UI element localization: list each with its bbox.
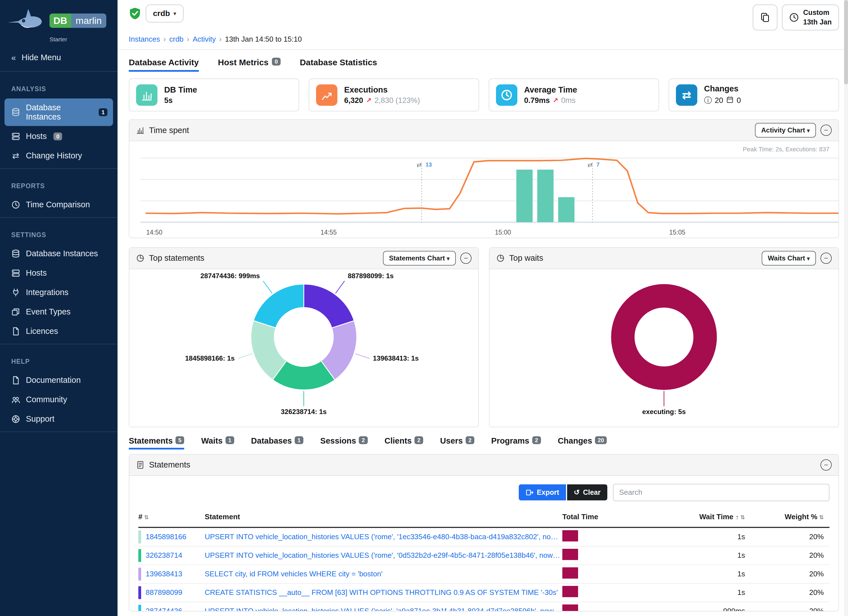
breadcrumb-crdb[interactable]: crdb <box>169 35 184 43</box>
tab-databases[interactable]: Databases1 <box>251 436 303 450</box>
tab-clients[interactable]: Clients2 <box>385 436 423 450</box>
time-spent-panel: Time spent Activity Chart ▾ − Peak Time:… <box>129 119 839 238</box>
collapse-icon[interactable]: − <box>460 252 471 264</box>
users-icon <box>11 395 20 404</box>
instance-selector[interactable]: crdb ▾ <box>146 4 184 22</box>
sidebar-item-database-instances[interactable]: Database Instances <box>4 245 113 263</box>
main-content: crdb ▾ Custom 13th Jan <box>117 0 848 616</box>
statement-link[interactable]: UPSERT INTO vehicle_location_histories V… <box>205 551 562 560</box>
activity-chart-select[interactable]: Activity Chart ▾ <box>755 123 816 138</box>
breadcrumb-instances[interactable]: Instances <box>129 35 160 43</box>
main-tabs: Database ActivityHost Metrics0Database S… <box>117 50 848 72</box>
search-input[interactable] <box>613 484 829 501</box>
executions-bar[interactable] <box>516 169 532 222</box>
scrollbar-thumb[interactable] <box>844 0 848 85</box>
statement-id-link[interactable]: 287474436 <box>146 607 182 612</box>
sidebar-nav: ANALYSISDatabase Instances1Hosts0⇄Change… <box>0 75 117 432</box>
sidebar-section-reports: REPORTS <box>0 172 117 194</box>
breadcrumb-activity[interactable]: Activity <box>193 35 216 43</box>
col-wait-time[interactable]: Wait Time↑⇅ <box>652 512 751 521</box>
statement-link[interactable]: SELECT city, id FROM vehicles WHERE city… <box>205 570 562 578</box>
wait-time-value: 1s <box>652 533 751 541</box>
statement-link[interactable]: UPSERT INTO vehicle_location_histories V… <box>205 533 562 541</box>
sidebar-item-change-history[interactable]: ⇄Change History <box>4 147 113 165</box>
metric-card-executions: Executions6,320↗2,830 (123%) <box>309 79 479 111</box>
copy-link-button[interactable] <box>753 4 777 30</box>
collapse-icon[interactable]: − <box>820 252 832 264</box>
tab-sessions[interactable]: Sessions2 <box>320 436 368 450</box>
sidebar-item-licences[interactable]: Licences <box>4 322 113 340</box>
sidebar-item-hosts[interactable]: Hosts <box>4 264 113 282</box>
sidebar-item-support[interactable]: Support <box>4 410 113 428</box>
tab-programs[interactable]: Programs2 <box>491 436 541 450</box>
statement-id-link[interactable]: 326238714 <box>146 551 182 560</box>
change-marker-icon[interactable]: ⇄ <box>587 162 592 168</box>
export-icon <box>525 488 534 496</box>
statement-id-link[interactable]: 887898099 <box>146 588 182 597</box>
clear-button[interactable]: ↺ Clear <box>567 484 608 500</box>
hide-menu-button[interactable]: « Hide Menu <box>0 47 117 68</box>
sidebar-item-documentation[interactable]: Documentation <box>4 371 113 389</box>
wait-time-value: 1s <box>652 588 751 597</box>
col-statement[interactable]: Statement <box>205 512 562 521</box>
executions-bar[interactable] <box>537 169 554 222</box>
svg-text:7: 7 <box>596 162 599 168</box>
count-badge: 20 <box>595 436 607 444</box>
executions-bar[interactable] <box>558 197 574 222</box>
col-weight[interactable]: Weight %⇅ <box>751 512 829 521</box>
tab-label: Sessions <box>320 436 356 445</box>
sidebar-item-database-instances[interactable]: Database Instances1 <box>4 98 113 126</box>
metric-value: 5s <box>164 96 173 105</box>
bar-chart-icon <box>136 126 145 134</box>
sidebar-item-label: Event Types <box>26 307 71 316</box>
tab-database-statistics[interactable]: Database Statistics <box>300 58 377 72</box>
sidebar-section-settings: SETTINGS <box>0 221 117 243</box>
metric-title: Executions <box>344 85 420 95</box>
sidebar-item-label: Documentation <box>26 376 81 385</box>
statement-link[interactable]: UPSERT INTO vehicle_location_histories V… <box>205 607 562 612</box>
panel-title: Time spent <box>149 126 189 135</box>
col-id[interactable]: #⇅ <box>138 512 205 521</box>
scrollbar[interactable] <box>844 0 848 616</box>
collapse-icon[interactable]: − <box>820 459 832 471</box>
tab-users[interactable]: Users2 <box>440 436 474 450</box>
sidebar-item-time-comparison[interactable]: Time Comparison <box>4 196 113 214</box>
weight-value: 20% <box>751 551 829 560</box>
metric-cards: DB Time5sExecutions6,320↗2,830 (123%)Ave… <box>117 72 848 115</box>
db-time-line[interactable] <box>146 158 839 214</box>
tab-changes[interactable]: Changes20 <box>558 436 607 450</box>
statement-id-link[interactable]: 139638413 <box>146 570 182 578</box>
sidebar-item-integrations[interactable]: Integrations <box>4 283 113 301</box>
sidebar-item-event-types[interactable]: Event Types <box>4 303 113 321</box>
waits-chart-select[interactable]: Waits Chart ▾ <box>762 251 816 266</box>
tab-database-activity[interactable]: Database Activity <box>129 58 199 72</box>
sidebar-item-community[interactable]: Community <box>4 390 113 409</box>
statements-chart-select[interactable]: Statements Chart ▾ <box>383 251 456 266</box>
sidebar-item-label: Community <box>26 395 67 404</box>
statement-color-chip <box>138 549 141 562</box>
time-range-button[interactable]: Custom 13th Jan <box>782 4 839 30</box>
donut-slice[interactable] <box>254 284 304 328</box>
statement-link[interactable]: CREATE STATISTICS __auto__ FROM [63] WIT… <box>205 588 562 597</box>
divider <box>0 432 117 432</box>
tab-waits[interactable]: Waits1 <box>201 436 234 450</box>
sidebar-item-hosts[interactable]: Hosts0 <box>4 127 113 145</box>
swap-icon: ⇄ <box>12 151 19 160</box>
col-total-time[interactable]: Total Time <box>562 512 652 521</box>
tab-host-metrics[interactable]: Host Metrics0 <box>218 58 280 72</box>
x-tick-label: 14:50 <box>146 229 163 236</box>
count-badge: 1 <box>225 436 234 444</box>
statement-id-link[interactable]: 1845898166 <box>146 533 187 541</box>
collapse-icon[interactable]: − <box>820 125 832 136</box>
tab-label: Host Metrics <box>218 58 268 67</box>
donut-slice[interactable] <box>304 284 354 328</box>
tab-statements[interactable]: Statements5 <box>129 436 184 450</box>
logo[interactable]: DB marlin <box>0 0 117 36</box>
svg-text:13: 13 <box>426 162 432 168</box>
export-button[interactable]: Export <box>519 484 566 500</box>
sidebar-item-label: Hosts <box>26 268 47 278</box>
breadcrumb-13th-jan-14-50-to-15-10: 13th Jan 14:50 to 15:10 <box>225 35 302 43</box>
doc-icon <box>11 376 20 385</box>
donut-slice[interactable] <box>623 296 705 379</box>
change-marker-icon[interactable]: ⇄ <box>417 162 422 168</box>
